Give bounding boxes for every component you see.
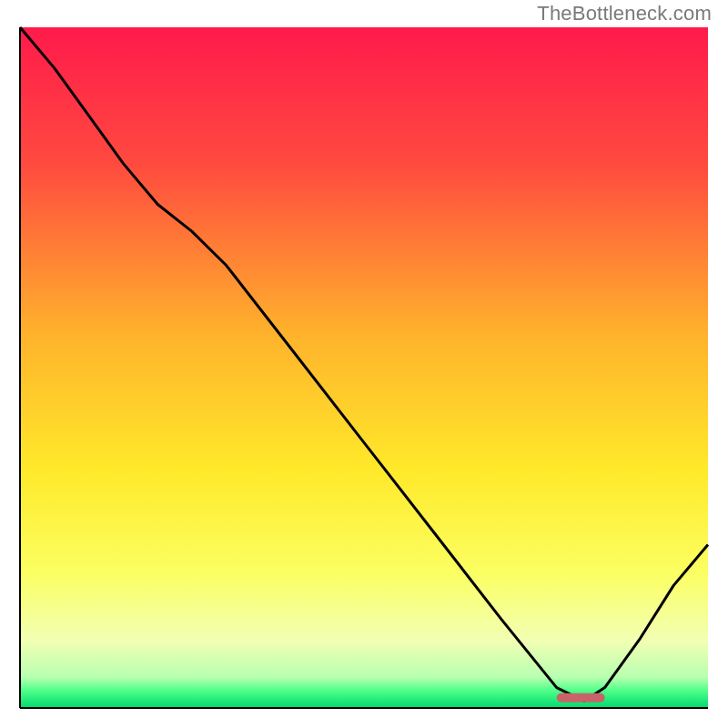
watermark-text: TheBottleneck.com (537, 2, 712, 25)
sweet-spot-marker (557, 693, 605, 703)
plot-background (20, 27, 708, 708)
chart-svg (0, 0, 728, 728)
chart-container: TheBottleneck.com (0, 0, 728, 728)
